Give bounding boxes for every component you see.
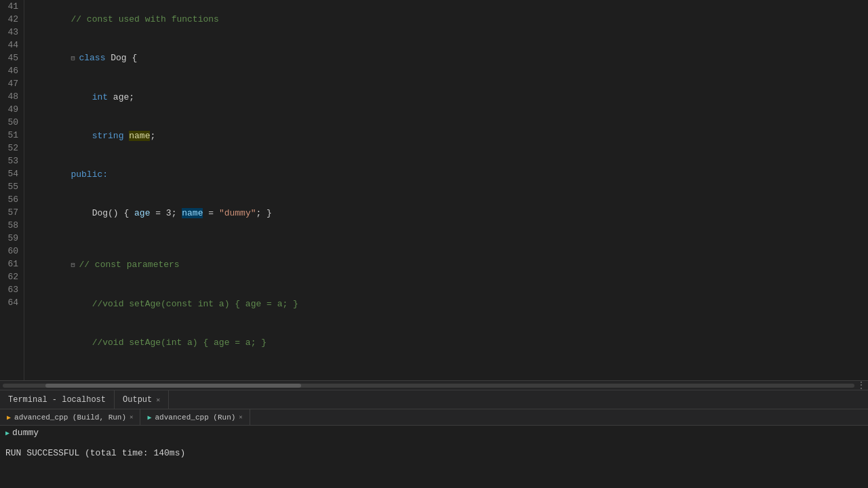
run-build-icon: ▶ xyxy=(7,413,11,422)
output-line-1: ▶ dummy xyxy=(5,428,863,438)
code-line-44[interactable]: string name; xyxy=(24,117,868,155)
code-line-48[interactable]: ⊟// const parameters xyxy=(24,245,868,285)
output-line-2 xyxy=(5,438,863,448)
terminal-tab-label: Terminal - localhost xyxy=(8,395,106,405)
run-tab-build[interactable]: ▶ advanced_cpp (Build, Run) ✕ xyxy=(0,409,140,425)
code-lines[interactable]: // const used with functions ⊟class Dog … xyxy=(24,0,868,380)
run-icon: ▶ xyxy=(147,413,151,422)
fold-icon-42[interactable]: ⊟ xyxy=(71,52,79,65)
output-line-3: RUN SUCCESSFUL (total time: 140ms) xyxy=(5,448,863,458)
scrollbar-track[interactable] xyxy=(3,384,854,388)
code-line-47[interactable] xyxy=(24,232,868,245)
output-run-indicator-icon: ▶ xyxy=(5,429,9,437)
run-tab-run-label: advanced_cpp (Run) xyxy=(155,413,236,422)
terminal-tab-output[interactable]: Output ✕ xyxy=(115,390,169,409)
line-numbers: 41 42 43 44 45 46 47 48 49 50 51 52 53 5… xyxy=(0,0,24,380)
output-text-success: RUN SUCCESSFUL (total time: 140ms) xyxy=(5,448,185,458)
code-line-41[interactable]: // const used with functions xyxy=(24,0,868,39)
keyword-class: class xyxy=(79,53,105,63)
split-resize-icon: ⋮ xyxy=(857,380,865,390)
scrollbar-thumb[interactable] xyxy=(45,384,301,388)
code-line-52[interactable]: // Const return value xyxy=(24,375,868,380)
code-line-45[interactable]: public: xyxy=(24,155,868,194)
code-line-50[interactable]: //void setAge(int a) { age = a; } xyxy=(24,323,868,362)
run-tab-build-close-icon[interactable]: ✕ xyxy=(130,413,133,421)
output-text-dummy: dummy xyxy=(12,428,39,438)
fold-icon-48[interactable]: ⊟ xyxy=(71,259,79,272)
output-tab-label: Output xyxy=(123,395,152,405)
run-tab-run-close-icon[interactable]: ✕ xyxy=(239,413,242,421)
code-line-43[interactable]: int age; xyxy=(24,78,868,117)
terminal-output: ▶ dummy RUN SUCCESSFUL (total time: 140m… xyxy=(0,426,868,488)
output-tab-close-icon[interactable]: ✕ xyxy=(156,396,160,404)
code-line-46[interactable]: Dog() { age = 3; name = "dummy"; } xyxy=(24,194,868,232)
code-line-42[interactable]: ⊟class Dog { xyxy=(24,39,868,78)
run-tabs: ▶ advanced_cpp (Build, Run) ✕ ▶ advanced… xyxy=(0,409,868,426)
terminal-area: Terminal - localhost Output ✕ ▶ advanced… xyxy=(0,390,868,488)
code-line-49[interactable]: //void setAge(const int a) { age = a; } xyxy=(24,285,868,323)
code-line-51[interactable] xyxy=(24,362,868,375)
code-container: 41 42 43 44 45 46 47 48 49 50 51 52 53 5… xyxy=(0,0,868,380)
run-tab-run[interactable]: ▶ advanced_cpp (Run) ✕ xyxy=(140,409,250,425)
horizontal-scrollbar[interactable]: ⋮ xyxy=(0,380,868,390)
run-tab-build-label: advanced_cpp (Build, Run) xyxy=(14,413,126,422)
code-text: // const used with functions xyxy=(71,14,218,24)
editor-area: 41 42 43 44 45 46 47 48 49 50 51 52 53 5… xyxy=(0,0,868,380)
terminal-tabs: Terminal - localhost Output ✕ xyxy=(0,390,868,409)
terminal-tab-localhost[interactable]: Terminal - localhost xyxy=(0,390,115,409)
